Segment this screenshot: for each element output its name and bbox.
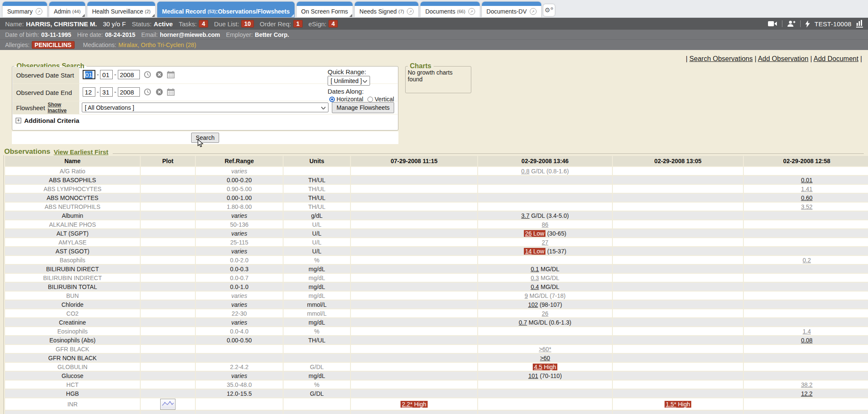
obs-value-cell bbox=[613, 381, 743, 389]
tab-on-screen-forms[interactable]: On Screen Forms bbox=[297, 2, 353, 17]
column-header-name: Name bbox=[5, 156, 140, 166]
observation-value-link[interactable]: 0.2 bbox=[803, 257, 811, 264]
observation-value-link[interactable]: 0.8 bbox=[521, 168, 529, 175]
time-picker-icon[interactable] bbox=[144, 71, 151, 78]
tasks-count-badge[interactable]: 4 bbox=[199, 20, 208, 28]
medication-link[interactable]: Ortho Tri-Cyclen (28) bbox=[141, 42, 196, 48]
observation-value-link[interactable]: 0.4 bbox=[531, 283, 539, 290]
calendar-icon[interactable] bbox=[167, 71, 175, 78]
tab-admin[interactable]: Admin(44) bbox=[49, 2, 85, 17]
obs-value-cell bbox=[744, 167, 868, 175]
observation-value-link[interactable]: 102 bbox=[528, 301, 538, 308]
popout-icon[interactable]: ↗ bbox=[36, 8, 42, 15]
clear-date-icon[interactable] bbox=[156, 88, 163, 96]
allergy-badge[interactable]: PENICILLINS bbox=[32, 41, 75, 49]
video-call-icon[interactable] bbox=[768, 21, 777, 27]
observation-range-text: MG/DL (0.6-1.3) bbox=[527, 319, 571, 326]
tab-label: On Screen Forms bbox=[301, 8, 348, 15]
date-start-day-input[interactable]: 01 bbox=[100, 70, 113, 79]
esign-count-badge[interactable]: 4 bbox=[328, 20, 338, 28]
observation-value-link[interactable]: 27 bbox=[542, 239, 548, 246]
observation-value-link[interactable]: 0.1 bbox=[531, 266, 539, 272]
obs-plot-cell bbox=[141, 238, 195, 246]
obs-value-cell bbox=[478, 336, 612, 344]
due-list-count-badge[interactable]: 10 bbox=[241, 20, 254, 28]
encounter-lightning-icon[interactable] bbox=[805, 20, 810, 28]
date-start-month-input[interactable]: 01 bbox=[83, 70, 95, 79]
tab-health-surveillance[interactable]: Health Surveillance(2) bbox=[87, 2, 155, 17]
popout-icon[interactable]: ↗ bbox=[407, 8, 414, 15]
obs-plot-cell bbox=[141, 309, 195, 317]
order-req-count-badge[interactable]: 1 bbox=[293, 20, 303, 28]
abnormal-flag[interactable]: 26 Low bbox=[524, 230, 545, 237]
add-person-icon[interactable] bbox=[787, 20, 796, 27]
obs-value-cell bbox=[744, 372, 868, 380]
observation-value-link[interactable]: 38.2 bbox=[801, 381, 812, 388]
observation-value-link[interactable]: 0.01 bbox=[801, 177, 812, 183]
observation-value-link[interactable]: 3.7 bbox=[521, 212, 529, 219]
action-links: | Search Observations | Add Observation … bbox=[686, 55, 862, 63]
plot-thumbnail[interactable] bbox=[160, 399, 175, 410]
tab-count: (53) bbox=[208, 9, 216, 14]
obs-value-cell: 0.2 bbox=[744, 256, 868, 264]
observation-value-link[interactable]: 86 bbox=[542, 221, 548, 228]
obs-value-cell bbox=[613, 185, 743, 193]
tab-summary[interactable]: Summary↗ bbox=[3, 2, 47, 17]
date-end-month-input[interactable]: 12 bbox=[83, 87, 95, 97]
expand-criteria-icon[interactable]: + bbox=[16, 118, 21, 123]
abnormal-flag[interactable]: 14 Low bbox=[524, 248, 545, 255]
observation-row-gfr-black: GFR BLACK>60* bbox=[5, 345, 868, 353]
popout-icon[interactable]: ↗ bbox=[530, 8, 537, 15]
settings-tab[interactable]: ⚙⚙ bbox=[543, 4, 555, 16]
obs-value-cell bbox=[613, 211, 743, 220]
medication-link[interactable]: Miralax bbox=[118, 42, 137, 48]
vertical-radio[interactable] bbox=[367, 97, 373, 102]
quick-range-select[interactable]: [ Unlimited ] bbox=[328, 76, 370, 86]
observation-value-link[interactable]: 12.2 bbox=[801, 390, 812, 397]
column-header-units: Units bbox=[284, 156, 350, 166]
flowsheet-select[interactable]: [ All Observations ] bbox=[82, 103, 328, 112]
show-inactive-link[interactable]: Show Inactive bbox=[47, 102, 79, 114]
obs-value-cell bbox=[351, 389, 477, 397]
tab-needs-signed[interactable]: Needs Signed(7)↗ bbox=[355, 2, 418, 17]
observation-value-link[interactable]: >60 bbox=[540, 355, 550, 361]
observation-value-link[interactable]: 101 bbox=[528, 372, 538, 379]
abnormal-flag[interactable]: 4.5 High bbox=[533, 364, 557, 370]
horizontal-radio[interactable] bbox=[329, 97, 335, 102]
add-document-link[interactable]: Add Document bbox=[814, 55, 859, 62]
clear-date-icon[interactable] bbox=[156, 71, 163, 78]
date-end-year-input[interactable]: 2008 bbox=[118, 87, 140, 97]
abnormal-flag[interactable]: 1.5* High bbox=[665, 401, 692, 408]
obs-refrange-cell: 0.0-0.7 bbox=[196, 274, 283, 282]
observation-row-glucose: Glucosevariesmg/dL101 (70-110) bbox=[5, 372, 868, 380]
allergies-label: Allergies: bbox=[5, 42, 30, 48]
calendar-icon[interactable] bbox=[167, 88, 175, 96]
observation-value-link[interactable]: 0.60 bbox=[801, 194, 812, 201]
search-observations-link[interactable]: Search Observations bbox=[690, 55, 753, 62]
bar-chart-icon[interactable] bbox=[856, 20, 863, 28]
tab-documents-dv[interactable]: Documents-DV↗ bbox=[482, 2, 541, 17]
manage-flowsheets-button[interactable]: Manage Flowsheets bbox=[332, 102, 394, 113]
search-button[interactable]: Search bbox=[191, 133, 219, 143]
abnormal-flag[interactable]: 2.2* High bbox=[401, 401, 428, 408]
tab-medical-record[interactable]: Medical Record(53):Observations/Flowshee… bbox=[157, 2, 294, 17]
date-end-day-input[interactable]: 31 bbox=[100, 87, 113, 97]
obs-value-cell bbox=[478, 381, 612, 389]
horizontal-radio-label: Horizontal bbox=[337, 96, 363, 103]
observation-value-link[interactable]: 3.52 bbox=[801, 203, 812, 210]
observation-value-link[interactable]: 0.08 bbox=[801, 337, 812, 344]
employer-value: Better Corp. bbox=[255, 31, 289, 38]
observation-value-link[interactable]: 0.3 bbox=[531, 275, 539, 281]
observation-value-link[interactable]: 1.4 bbox=[803, 328, 811, 335]
tab-documents[interactable]: Documents(66)↗ bbox=[420, 2, 479, 17]
observation-value-link[interactable]: 26 bbox=[542, 310, 548, 317]
observation-value-link[interactable]: >60* bbox=[539, 346, 551, 353]
add-observation-link[interactable]: Add Observation bbox=[758, 55, 808, 62]
time-picker-icon[interactable] bbox=[144, 88, 151, 96]
obs-units-cell: mg/dL bbox=[284, 372, 350, 380]
view-earliest-first-link[interactable]: View Earliest First bbox=[54, 148, 108, 156]
popout-icon[interactable]: ↗ bbox=[468, 8, 475, 15]
date-start-year-input[interactable]: 2008 bbox=[118, 70, 140, 79]
observation-value-link[interactable]: 1.41 bbox=[801, 186, 812, 192]
observation-value-link[interactable]: 0.7 bbox=[519, 319, 527, 326]
